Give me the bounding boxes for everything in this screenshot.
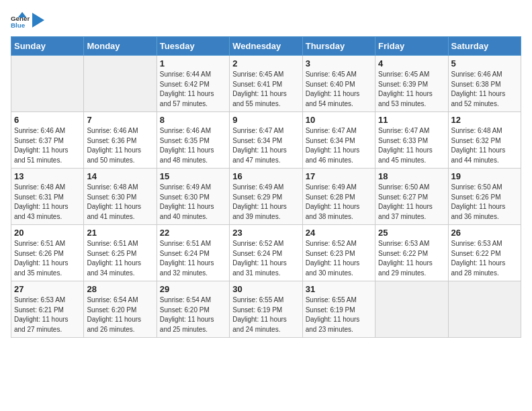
calendar-cell xyxy=(11,56,84,112)
day-info: Sunrise: 6:45 AM Sunset: 6:39 PM Dayligh… xyxy=(378,70,445,109)
day-info: Sunrise: 6:47 AM Sunset: 6:33 PM Dayligh… xyxy=(378,126,445,165)
calendar-cell: 30Sunrise: 6:55 AM Sunset: 6:19 PM Dayli… xyxy=(230,281,302,338)
calendar-cell: 11Sunrise: 6:47 AM Sunset: 6:33 PM Dayli… xyxy=(375,112,448,169)
header: General Blue xyxy=(11,11,521,30)
calendar-cell: 20Sunrise: 6:51 AM Sunset: 6:26 PM Dayli… xyxy=(11,225,84,281)
calendar-cell: 5Sunrise: 6:46 AM Sunset: 6:38 PM Daylig… xyxy=(448,56,521,112)
calendar-cell xyxy=(448,281,521,338)
weekday-header-sunday: Sunday xyxy=(11,37,84,56)
day-number: 20 xyxy=(14,228,81,238)
day-info: Sunrise: 6:54 AM Sunset: 6:20 PM Dayligh… xyxy=(160,295,226,334)
day-info: Sunrise: 6:52 AM Sunset: 6:24 PM Dayligh… xyxy=(232,239,299,278)
day-info: Sunrise: 6:46 AM Sunset: 6:36 PM Dayligh… xyxy=(87,126,153,165)
day-info: Sunrise: 6:55 AM Sunset: 6:19 PM Dayligh… xyxy=(232,295,299,334)
day-number: 23 xyxy=(232,228,299,238)
calendar-cell: 7Sunrise: 6:46 AM Sunset: 6:36 PM Daylig… xyxy=(84,112,157,169)
calendar-cell: 10Sunrise: 6:47 AM Sunset: 6:34 PM Dayli… xyxy=(302,112,375,169)
day-info: Sunrise: 6:46 AM Sunset: 6:38 PM Dayligh… xyxy=(451,70,518,109)
day-info: Sunrise: 6:53 AM Sunset: 6:21 PM Dayligh… xyxy=(14,295,81,334)
day-info: Sunrise: 6:46 AM Sunset: 6:37 PM Dayligh… xyxy=(14,126,81,165)
svg-marker-3 xyxy=(32,13,44,28)
day-info: Sunrise: 6:54 AM Sunset: 6:20 PM Dayligh… xyxy=(87,295,153,334)
day-number: 14 xyxy=(87,171,153,181)
calendar-cell: 15Sunrise: 6:49 AM Sunset: 6:30 PM Dayli… xyxy=(157,169,229,225)
day-number: 25 xyxy=(378,228,445,238)
weekday-header-row: SundayMondayTuesdayWednesdayThursdayFrid… xyxy=(11,37,521,56)
day-info: Sunrise: 6:51 AM Sunset: 6:24 PM Dayligh… xyxy=(160,239,226,278)
calendar-cell: 23Sunrise: 6:52 AM Sunset: 6:24 PM Dayli… xyxy=(230,225,302,281)
calendar-cell: 8Sunrise: 6:46 AM Sunset: 6:35 PM Daylig… xyxy=(157,112,229,169)
calendar-cell xyxy=(375,281,448,338)
logo: General Blue xyxy=(11,11,44,30)
day-number: 30 xyxy=(232,284,299,294)
calendar-cell: 29Sunrise: 6:54 AM Sunset: 6:20 PM Dayli… xyxy=(157,281,229,338)
calendar-cell: 27Sunrise: 6:53 AM Sunset: 6:21 PM Dayli… xyxy=(11,281,84,338)
day-number: 4 xyxy=(378,58,445,68)
day-number: 5 xyxy=(451,58,518,68)
day-info: Sunrise: 6:47 AM Sunset: 6:34 PM Dayligh… xyxy=(232,126,299,165)
day-info: Sunrise: 6:49 AM Sunset: 6:30 PM Dayligh… xyxy=(160,183,226,222)
calendar-cell: 25Sunrise: 6:53 AM Sunset: 6:22 PM Dayli… xyxy=(375,225,448,281)
calendar-cell: 12Sunrise: 6:48 AM Sunset: 6:32 PM Dayli… xyxy=(448,112,521,169)
week-row-3: 13Sunrise: 6:48 AM Sunset: 6:31 PM Dayli… xyxy=(11,169,521,225)
day-number: 13 xyxy=(14,171,81,181)
weekday-header-tuesday: Tuesday xyxy=(157,37,229,56)
day-number: 12 xyxy=(451,115,518,125)
day-info: Sunrise: 6:53 AM Sunset: 6:22 PM Dayligh… xyxy=(378,239,445,278)
day-info: Sunrise: 6:46 AM Sunset: 6:35 PM Dayligh… xyxy=(160,126,226,165)
day-info: Sunrise: 6:51 AM Sunset: 6:26 PM Dayligh… xyxy=(14,239,81,278)
day-number: 10 xyxy=(306,115,372,125)
day-number: 29 xyxy=(160,284,226,294)
day-info: Sunrise: 6:50 AM Sunset: 6:27 PM Dayligh… xyxy=(378,183,445,222)
day-number: 18 xyxy=(378,171,445,181)
day-number: 19 xyxy=(451,171,518,181)
day-number: 8 xyxy=(160,115,226,125)
calendar-cell: 19Sunrise: 6:50 AM Sunset: 6:26 PM Dayli… xyxy=(448,169,521,225)
calendar-cell: 17Sunrise: 6:49 AM Sunset: 6:28 PM Dayli… xyxy=(302,169,375,225)
day-number: 22 xyxy=(160,228,226,238)
day-number: 3 xyxy=(306,58,372,68)
day-number: 2 xyxy=(232,58,299,68)
weekday-header-thursday: Thursday xyxy=(302,37,375,56)
weekday-header-saturday: Saturday xyxy=(448,37,521,56)
day-info: Sunrise: 6:45 AM Sunset: 6:40 PM Dayligh… xyxy=(306,70,372,109)
weekday-header-friday: Friday xyxy=(375,37,448,56)
day-number: 31 xyxy=(306,284,372,294)
day-number: 11 xyxy=(378,115,445,125)
week-row-4: 20Sunrise: 6:51 AM Sunset: 6:26 PM Dayli… xyxy=(11,225,521,281)
calendar-cell: 2Sunrise: 6:45 AM Sunset: 6:41 PM Daylig… xyxy=(230,56,302,112)
calendar-cell: 22Sunrise: 6:51 AM Sunset: 6:24 PM Dayli… xyxy=(157,225,229,281)
week-row-1: 1Sunrise: 6:44 AM Sunset: 6:42 PM Daylig… xyxy=(11,56,521,112)
day-info: Sunrise: 6:55 AM Sunset: 6:19 PM Dayligh… xyxy=(306,295,372,334)
calendar-cell: 3Sunrise: 6:45 AM Sunset: 6:40 PM Daylig… xyxy=(302,56,375,112)
day-info: Sunrise: 6:51 AM Sunset: 6:25 PM Dayligh… xyxy=(87,239,153,278)
calendar-cell: 9Sunrise: 6:47 AM Sunset: 6:34 PM Daylig… xyxy=(230,112,302,169)
calendar-cell: 16Sunrise: 6:49 AM Sunset: 6:29 PM Dayli… xyxy=(230,169,302,225)
day-info: Sunrise: 6:49 AM Sunset: 6:29 PM Dayligh… xyxy=(232,183,299,222)
logo-arrow-icon xyxy=(32,13,44,28)
day-number: 26 xyxy=(451,228,518,238)
day-info: Sunrise: 6:48 AM Sunset: 6:31 PM Dayligh… xyxy=(14,183,81,222)
calendar-cell xyxy=(84,56,157,112)
calendar-cell: 21Sunrise: 6:51 AM Sunset: 6:25 PM Dayli… xyxy=(84,225,157,281)
calendar-cell: 28Sunrise: 6:54 AM Sunset: 6:20 PM Dayli… xyxy=(84,281,157,338)
day-number: 28 xyxy=(87,284,153,294)
day-number: 15 xyxy=(160,171,226,181)
day-info: Sunrise: 6:45 AM Sunset: 6:41 PM Dayligh… xyxy=(232,70,299,109)
day-number: 24 xyxy=(306,228,372,238)
day-info: Sunrise: 6:47 AM Sunset: 6:34 PM Dayligh… xyxy=(306,126,372,165)
day-info: Sunrise: 6:52 AM Sunset: 6:23 PM Dayligh… xyxy=(306,239,372,278)
calendar-cell: 26Sunrise: 6:53 AM Sunset: 6:22 PM Dayli… xyxy=(448,225,521,281)
day-number: 27 xyxy=(14,284,81,294)
calendar-cell: 6Sunrise: 6:46 AM Sunset: 6:37 PM Daylig… xyxy=(11,112,84,169)
calendar-cell: 4Sunrise: 6:45 AM Sunset: 6:39 PM Daylig… xyxy=(375,56,448,112)
day-number: 17 xyxy=(306,171,372,181)
calendar-cell: 31Sunrise: 6:55 AM Sunset: 6:19 PM Dayli… xyxy=(302,281,375,338)
day-info: Sunrise: 6:50 AM Sunset: 6:26 PM Dayligh… xyxy=(451,183,518,222)
day-number: 16 xyxy=(232,171,299,181)
day-number: 7 xyxy=(87,115,153,125)
day-info: Sunrise: 6:48 AM Sunset: 6:30 PM Dayligh… xyxy=(87,183,153,222)
day-info: Sunrise: 6:49 AM Sunset: 6:28 PM Dayligh… xyxy=(306,183,372,222)
day-number: 21 xyxy=(87,228,153,238)
day-number: 1 xyxy=(160,58,226,68)
